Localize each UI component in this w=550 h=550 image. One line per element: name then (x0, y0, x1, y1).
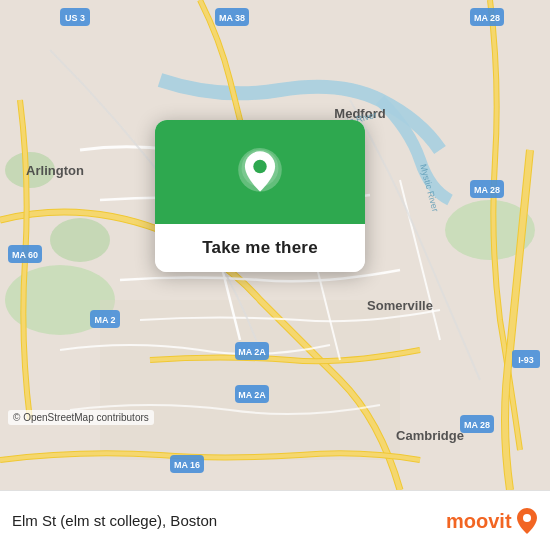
svg-text:MA 28: MA 28 (474, 185, 500, 195)
svg-text:Cambridge: Cambridge (396, 428, 464, 443)
svg-text:MA 28: MA 28 (474, 13, 500, 23)
svg-text:Arlington: Arlington (26, 163, 84, 178)
svg-text:MA 16: MA 16 (174, 460, 200, 470)
location-popup: Take me there (155, 120, 365, 272)
svg-point-38 (523, 514, 531, 522)
location-label: Elm St (elm st college), Boston (12, 512, 217, 529)
popup-header (155, 120, 365, 224)
moovit-pin-icon (516, 507, 538, 535)
take-me-there-button[interactable]: Take me there (155, 224, 365, 272)
osm-credit-text: © OpenStreetMap contributors (13, 412, 149, 423)
svg-text:MA 2: MA 2 (94, 315, 115, 325)
svg-point-36 (253, 160, 266, 173)
svg-text:MA 28: MA 28 (464, 420, 490, 430)
bottom-bar: Elm St (elm st college), Boston moovit (0, 490, 550, 550)
location-pin-icon (234, 148, 286, 200)
map-view[interactable]: US 3 MA 38 MA 28 MA 28 MA 60 MA 2 MA 2A … (0, 0, 550, 490)
svg-text:moovit: moovit (446, 510, 512, 532)
moovit-logo-icon: moovit (446, 506, 516, 536)
svg-text:I-93: I-93 (518, 355, 534, 365)
svg-text:MA 2A: MA 2A (238, 390, 266, 400)
moovit-logo: moovit (446, 506, 538, 536)
svg-text:MA 60: MA 60 (12, 250, 38, 260)
svg-text:Somerville: Somerville (367, 298, 433, 313)
svg-point-2 (50, 218, 110, 262)
osm-credit: © OpenStreetMap contributors (8, 410, 154, 425)
svg-text:MA 2A: MA 2A (238, 347, 266, 357)
svg-text:US 3: US 3 (65, 13, 85, 23)
svg-text:MA 38: MA 38 (219, 13, 245, 23)
